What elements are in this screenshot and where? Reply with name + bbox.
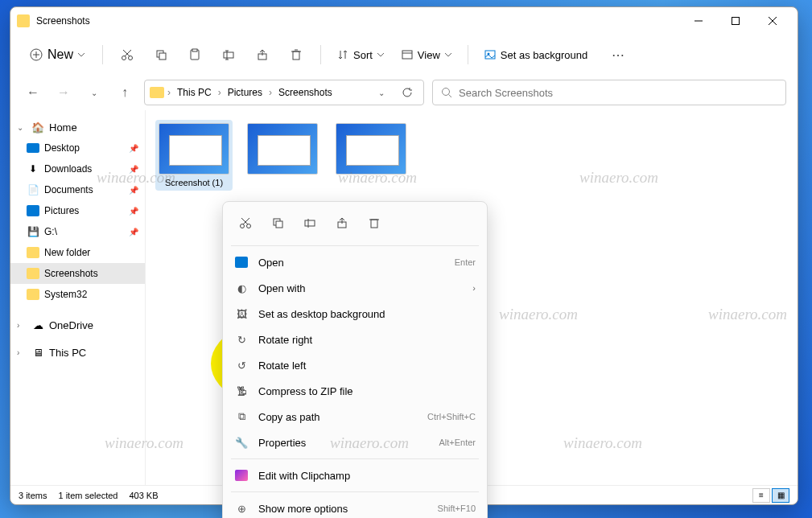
- new-button[interactable]: New: [22, 43, 93, 67]
- drive-icon: 💾: [27, 225, 39, 238]
- sidebar-item-documents[interactable]: 📄 Documents 📌: [10, 179, 145, 200]
- shortcut: Enter: [455, 257, 476, 267]
- refresh-button[interactable]: [396, 81, 418, 104]
- view-icon: [402, 49, 413, 60]
- search-icon: [441, 87, 452, 98]
- search-box[interactable]: [432, 80, 786, 105]
- file-item[interactable]: [332, 120, 410, 191]
- status-size: 403 KB: [129, 491, 158, 500]
- context-copy-path[interactable]: ⧉ Copy as path Ctrl+Shift+C: [223, 404, 487, 430]
- chevron-right-icon[interactable]: ›: [17, 321, 27, 330]
- clipchamp-icon: [234, 468, 249, 483]
- copy-button[interactable]: [263, 210, 292, 236]
- svg-rect-25: [485, 51, 495, 59]
- sidebar-item-pictures[interactable]: Pictures 📌: [10, 200, 145, 221]
- minimize-button[interactable]: [680, 8, 717, 34]
- svg-line-28: [449, 95, 452, 98]
- svg-line-10: [123, 50, 130, 56]
- sidebar-thispc[interactable]: › 🖥 This PC: [10, 342, 145, 363]
- rename-button[interactable]: [214, 40, 243, 69]
- svg-line-9: [125, 50, 131, 56]
- copy-path-icon: ⧉: [234, 409, 249, 424]
- context-set-background[interactable]: 🖼 Set as desktop background: [223, 301, 487, 327]
- context-open-with[interactable]: ◐ Open with ›: [223, 275, 487, 301]
- breadcrumb-item[interactable]: Screenshots: [275, 85, 336, 100]
- sidebar-item-system32[interactable]: System32: [10, 284, 145, 305]
- context-rotate-left[interactable]: ↺ Rotate left: [223, 352, 487, 378]
- rename-button[interactable]: [295, 210, 324, 236]
- chevron-down-icon: [445, 51, 451, 58]
- svg-rect-14: [192, 49, 197, 51]
- cut-button[interactable]: [113, 40, 142, 69]
- breadcrumb-item[interactable]: Pictures: [225, 85, 266, 100]
- context-label: Open with: [258, 282, 306, 294]
- search-input[interactable]: [459, 87, 777, 99]
- properties-icon: 🔧: [234, 435, 249, 450]
- sidebar-label: Desktop: [44, 142, 80, 154]
- chevron-down-icon[interactable]: ⌄: [370, 81, 393, 104]
- sort-button[interactable]: Sort: [331, 44, 390, 66]
- maximize-button[interactable]: [717, 8, 754, 34]
- status-count: 3 items: [19, 491, 47, 500]
- share-button[interactable]: [328, 210, 357, 236]
- set-background-button[interactable]: Set as background: [478, 44, 594, 66]
- chevron-down-icon[interactable]: ⌄: [17, 123, 27, 132]
- context-label: Set as desktop background: [258, 308, 385, 320]
- share-button[interactable]: [248, 40, 277, 69]
- sidebar-item-desktop[interactable]: Desktop 📌: [10, 138, 145, 158]
- copy-button[interactable]: [146, 40, 175, 69]
- context-open[interactable]: Open Enter: [223, 249, 487, 275]
- delete-button[interactable]: [282, 40, 311, 69]
- back-button[interactable]: ←: [22, 81, 44, 104]
- more-button[interactable]: ⋯: [604, 40, 633, 69]
- context-show-more[interactable]: ⊕ Show more options Shift+F10: [223, 495, 487, 518]
- sidebar-item-downloads[interactable]: ⬇ Downloads 📌: [10, 158, 145, 179]
- details-view-button[interactable]: ≡: [752, 488, 770, 503]
- file-thumbnail: [247, 123, 318, 175]
- chevron-right-icon[interactable]: ›: [17, 348, 27, 357]
- context-compress-zip[interactable]: 🗜 Compress to ZIP file: [223, 378, 487, 404]
- picture-icon: [234, 255, 249, 269]
- paste-button[interactable]: [180, 40, 209, 69]
- sidebar-label: System32: [44, 289, 87, 300]
- set-background-label: Set as background: [501, 49, 587, 61]
- cloud-icon: ☁: [31, 319, 44, 331]
- sidebar-item-screenshots[interactable]: Screenshots: [10, 263, 145, 284]
- file-item[interactable]: Screenshot (1): [155, 120, 233, 191]
- svg-point-27: [443, 88, 450, 96]
- file-thumbnail: [159, 123, 229, 175]
- sidebar-onedrive[interactable]: › ☁ OneDrive: [10, 314, 145, 335]
- svg-rect-34: [276, 221, 282, 228]
- new-label: New: [47, 47, 73, 62]
- context-clipchamp[interactable]: Edit with Clipchamp: [223, 462, 487, 488]
- nav-row: ← → ⌄ ↑ › This PC › Pictures › Screensho…: [10, 75, 798, 110]
- context-rotate-right[interactable]: ↻ Rotate right: [223, 327, 487, 352]
- close-button[interactable]: [754, 8, 791, 34]
- sidebar-item-drive-g[interactable]: 💾 G:\ 📌: [10, 221, 145, 242]
- sidebar-label: Screenshots: [44, 268, 98, 279]
- folder-icon: [27, 246, 39, 259]
- sidebar-item-newfolder[interactable]: New folder: [10, 242, 145, 263]
- thumbnails-view-button[interactable]: ▦: [772, 488, 789, 503]
- chevron-down-icon: [377, 51, 384, 58]
- cut-button[interactable]: [231, 210, 260, 236]
- sort-icon: [337, 49, 348, 60]
- breadcrumb-item[interactable]: This PC: [174, 85, 215, 100]
- context-label: Rotate right: [258, 334, 312, 346]
- context-menu: Open Enter ◐ Open with › 🖼 Set as deskto…: [222, 201, 488, 518]
- svg-point-8: [129, 56, 133, 60]
- window-controls: [680, 8, 791, 34]
- chevron-down-icon[interactable]: ⌄: [83, 81, 105, 104]
- delete-button[interactable]: [360, 210, 389, 236]
- sidebar-home[interactable]: ⌄ 🏠 Home: [10, 117, 145, 138]
- address-bar[interactable]: › This PC › Pictures › Screenshots ⌄: [144, 80, 424, 105]
- context-properties[interactable]: 🔧 Properties Alt+Enter: [223, 430, 487, 455]
- forward-button[interactable]: →: [52, 81, 75, 104]
- svg-point-30: [247, 224, 251, 228]
- sidebar-label: OneDrive: [49, 319, 93, 331]
- up-button[interactable]: ↑: [113, 81, 136, 104]
- view-button[interactable]: View: [395, 44, 458, 66]
- file-item[interactable]: [244, 120, 321, 191]
- more-icon: ⊕: [234, 501, 249, 516]
- svg-rect-38: [371, 220, 377, 228]
